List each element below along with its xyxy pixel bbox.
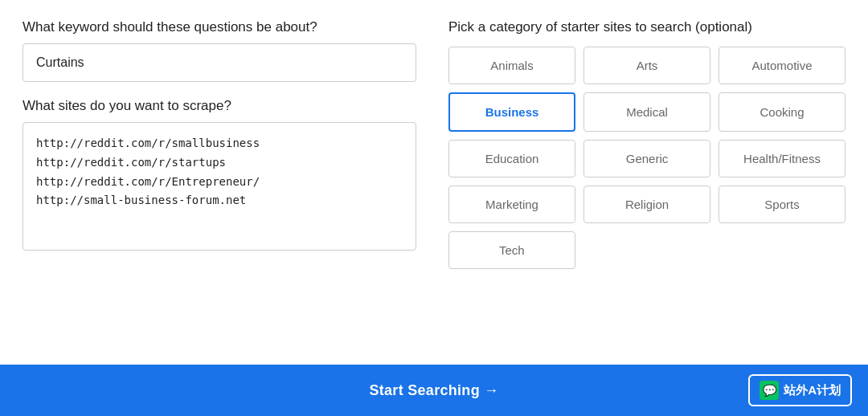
sites-textarea[interactable]: http://reddit.com/r/smallbusiness http:/…: [23, 122, 416, 251]
category-automotive[interactable]: Automotive: [719, 47, 845, 84]
footer-bar: Start Searching → 💬 站外A计划: [0, 365, 868, 416]
sites-section: What sites do you want to scrape? http:/…: [23, 98, 416, 254]
keyword-section: What keyword should these questions be a…: [23, 19, 416, 82]
category-business[interactable]: Business: [448, 92, 575, 132]
category-sports[interactable]: Sports: [719, 186, 845, 223]
wechat-icon: 💬: [760, 381, 779, 400]
category-marketing[interactable]: Marketing: [448, 186, 575, 223]
category-animals[interactable]: Animals: [448, 47, 575, 84]
category-row5: Tech: [448, 231, 845, 269]
category-cooking[interactable]: Cooking: [719, 92, 845, 132]
sites-label: What sites do you want to scrape?: [23, 98, 416, 114]
category-arts[interactable]: Arts: [583, 47, 710, 84]
category-education[interactable]: Education: [448, 140, 575, 177]
category-religion[interactable]: Religion: [583, 186, 710, 223]
keyword-input[interactable]: [23, 43, 416, 82]
start-searching-button[interactable]: Start Searching →: [369, 382, 498, 399]
watermark-text: 站外A计划: [784, 383, 841, 398]
category-tech[interactable]: Tech: [448, 231, 575, 269]
keyword-label: What keyword should these questions be a…: [23, 19, 416, 35]
right-panel: Pick a category of starter sites to sear…: [448, 19, 845, 349]
watermark: 💬 站外A计划: [748, 374, 852, 406]
left-panel: What keyword should these questions be a…: [23, 19, 416, 349]
category-health-fitness[interactable]: Health/Fitness: [719, 140, 845, 177]
category-label: Pick a category of starter sites to sear…: [448, 19, 845, 35]
category-medical[interactable]: Medical: [583, 92, 710, 132]
category-generic[interactable]: Generic: [583, 140, 710, 177]
category-grid: Animals Arts Automotive Business Medical…: [448, 47, 845, 223]
main-content: What keyword should these questions be a…: [0, 0, 868, 365]
